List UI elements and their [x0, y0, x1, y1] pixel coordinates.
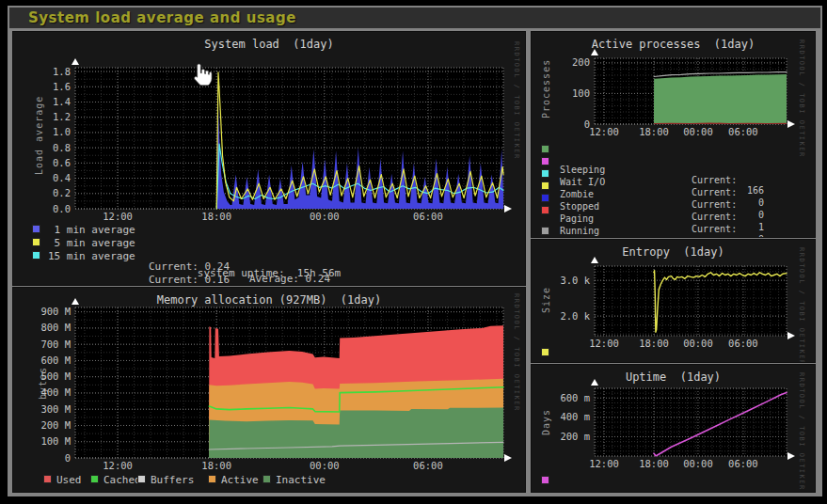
- legend-swatch: [541, 194, 549, 202]
- entropy-chart[interactable]: 2.0 k3.0 k12:0018:0000:0006:00: [532, 240, 815, 362]
- legend-swatch: [541, 476, 549, 484]
- legend-swatch: [541, 227, 549, 235]
- svg-text:1.8: 1.8: [53, 66, 71, 77]
- dashboard-frame: System load average and usage System loa…: [8, 6, 822, 496]
- legend-swatch: [208, 475, 216, 483]
- svg-text:00:00: 00:00: [310, 211, 340, 222]
- legend-swatch: [32, 251, 40, 260]
- svg-text:3.0 k: 3.0 k: [560, 275, 590, 286]
- legend-row: Zombie Current: 0: [541, 168, 809, 180]
- system-uptime-text: system uptime: 15h 56m: [13, 267, 525, 279]
- legend-swatch: [90, 475, 99, 483]
- svg-text:0.6: 0.6: [53, 157, 71, 168]
- svg-text:1.4: 1.4: [53, 96, 71, 107]
- legend-row: Sleeping Current: 166: [541, 144, 809, 155]
- panel-memory-allocation: Memory allocation (927MB) (1day) bytes R…: [13, 288, 525, 492]
- panel-uptime: Uptime (1day) Days RRDTOOL / TOBI OETIKE…: [532, 365, 815, 492]
- svg-text:12:00: 12:00: [103, 211, 133, 222]
- legend-label: Used: [56, 474, 82, 486]
- legend-row-total: Total Processes Current: 168: [541, 226, 809, 237]
- panel-system-load: System load (1day) Load average RRDTOOL …: [13, 32, 525, 285]
- svg-text:06:00: 06:00: [413, 460, 443, 471]
- svg-text:800 M: 800 M: [40, 322, 71, 333]
- svg-text:18:00: 18:00: [201, 460, 231, 471]
- mouse-cursor-hand-icon: [188, 60, 214, 88]
- svg-text:18:00: 18:00: [201, 211, 231, 222]
- page-title: System load average and usage: [9, 8, 820, 29]
- svg-text:06:00: 06:00: [413, 211, 443, 222]
- svg-text:300 M: 300 M: [40, 403, 71, 415]
- svg-text:400 M: 400 M: [40, 386, 71, 398]
- legend-label: 1 min average: [48, 224, 135, 236]
- legend-label: Active: [221, 474, 259, 486]
- svg-text:500 M: 500 M: [40, 370, 71, 382]
- svg-text:12:00: 12:00: [589, 126, 619, 137]
- legend-swatch: [262, 475, 271, 483]
- svg-text:700 M: 700 M: [40, 339, 71, 350]
- legend-label: Cached: [103, 474, 141, 486]
- panel-entropy: Entropy (1day) Size RRDTOOL / TOBI OETIK…: [532, 240, 815, 362]
- svg-text:600 m: 600 m: [560, 392, 590, 403]
- legend-swatch: [32, 238, 40, 246]
- svg-text:200 m: 200 m: [560, 431, 590, 442]
- legend-row: 5 min average Current: 0.16 Average: 0.2…: [32, 237, 521, 249]
- legend-swatch: [541, 206, 549, 214]
- svg-text:1.0: 1.0: [53, 126, 71, 137]
- legend-row: Entropy Current: 3223: [541, 347, 809, 358]
- legend-row: Uptime (in days) Current: 0.7: [541, 475, 809, 486]
- svg-text:1.6: 1.6: [53, 81, 71, 92]
- legend-swatch: [541, 348, 549, 356]
- legend-row: 1 min average Current: 0.24 Average: 0.2…: [32, 224, 521, 236]
- svg-text:900 M: 900 M: [40, 306, 71, 317]
- svg-text:0: 0: [65, 452, 71, 464]
- memory-allocation-chart[interactable]: 0100 M200 M300 M400 M500 M600 M700 M800 …: [13, 288, 525, 492]
- svg-text:06:00: 06:00: [728, 458, 758, 469]
- svg-text:0.8: 0.8: [53, 142, 71, 153]
- uptime-chart[interactable]: 200 m400 m600 m12:0018:0000:0006:00: [532, 365, 815, 492]
- svg-text:600 M: 600 M: [40, 354, 71, 366]
- svg-text:12:00: 12:00: [103, 460, 133, 471]
- panel-active-processes: Active processes (1day) Processes RRDTOO…: [532, 32, 815, 237]
- legend-swatch: [541, 169, 549, 178]
- svg-text:100 M: 100 M: [40, 435, 71, 447]
- legend-label: Inactive: [276, 474, 326, 486]
- legend-label: Buffers: [151, 474, 194, 486]
- monitorix-dashboard: { "title_bar": { "title": "System load a…: [0, 0, 827, 504]
- legend-swatch: [137, 475, 146, 483]
- legend-swatch: [43, 475, 52, 483]
- legend-swatch: [32, 225, 40, 233]
- svg-text:18:00: 18:00: [639, 126, 669, 137]
- legend-row: Paging Current: 0: [541, 193, 809, 204]
- svg-text:12:00: 12:00: [589, 458, 619, 469]
- legend-row: Wait I/O Current: 0: [541, 156, 809, 167]
- svg-text:00:00: 00:00: [310, 460, 340, 471]
- svg-text:200 M: 200 M: [40, 419, 71, 431]
- svg-text:00:00: 00:00: [683, 458, 713, 469]
- svg-text:00:00: 00:00: [683, 126, 713, 137]
- svg-text:0.2: 0.2: [53, 187, 71, 198]
- svg-text:1.2: 1.2: [53, 111, 71, 122]
- svg-text:0.4: 0.4: [53, 172, 71, 183]
- legend-swatch: [541, 157, 549, 165]
- svg-text:400 m: 400 m: [560, 411, 590, 422]
- legend-row: 15 min average Current: 0.18 Average: 0.…: [32, 250, 521, 262]
- svg-text:200: 200: [572, 56, 590, 68]
- legend-swatch: [541, 181, 549, 190]
- legend-label: 15 min average: [48, 250, 135, 262]
- legend-swatch: [541, 145, 549, 153]
- legend-label: 5 min average: [48, 237, 135, 249]
- svg-text:18:00: 18:00: [639, 458, 669, 469]
- svg-text:100: 100: [572, 87, 590, 99]
- legend-row: Used Cached Buffers Active Inactive: [32, 474, 521, 486]
- legend-row: Stopped Current: 1: [541, 181, 809, 192]
- svg-text:0.0: 0.0: [53, 203, 71, 214]
- page-title-bar: System load average and usage: [9, 8, 820, 28]
- svg-text:2.0 k: 2.0 k: [560, 310, 590, 322]
- legend-row: Running Current: 1: [541, 205, 809, 216]
- svg-text:06:00: 06:00: [728, 126, 758, 137]
